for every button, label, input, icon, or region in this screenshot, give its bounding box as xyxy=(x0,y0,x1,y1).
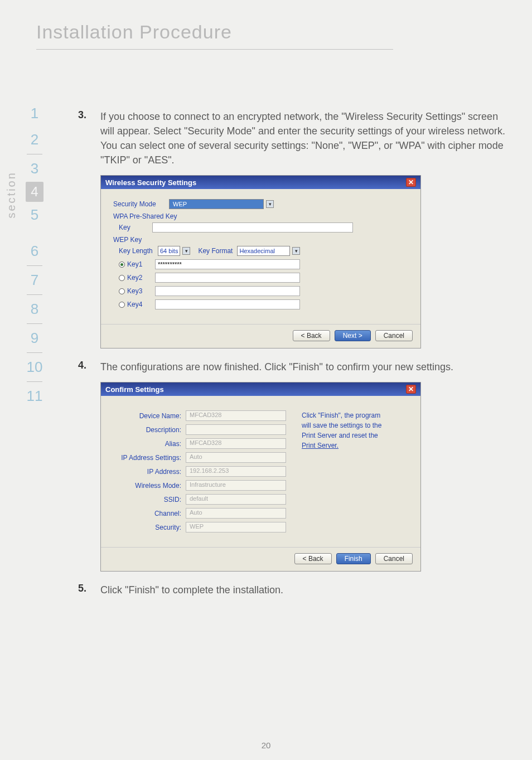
hint-line-2: will save the settings to the xyxy=(302,420,408,430)
divider xyxy=(27,294,42,295)
security-label: Security: xyxy=(113,524,186,531)
divider xyxy=(27,381,42,382)
back-button[interactable]: < Back xyxy=(294,553,332,564)
key-format-select[interactable]: Hexadecimal xyxy=(237,246,290,256)
dialog-titlebar: Wireless Security Settings ✕ xyxy=(101,176,420,189)
step-3-number: 3. xyxy=(78,109,100,167)
finish-button[interactable]: Finish xyxy=(336,553,371,564)
security-mode-value: WEP xyxy=(173,201,187,207)
chevron-down-icon[interactable]: ▾ xyxy=(182,247,190,255)
dialog-title: Wireless Security Settings xyxy=(105,178,196,187)
sidebar-item-2[interactable]: 2 xyxy=(26,127,43,153)
step-5: 5. Click "Finish" to complete the instal… xyxy=(78,583,507,597)
back-button[interactable]: < Back xyxy=(293,330,330,341)
ip-settings-label: IP Address Settings: xyxy=(113,454,186,462)
key3-label: Key3 xyxy=(127,287,155,295)
device-name-label: Device Name: xyxy=(113,412,186,420)
close-icon[interactable]: ✕ xyxy=(406,385,416,394)
step-4-number: 4. xyxy=(78,360,100,374)
key3-radio[interactable] xyxy=(119,288,125,294)
key3-input[interactable] xyxy=(155,286,300,296)
wireless-mode-value: Infrastructure xyxy=(186,480,286,491)
key-format-label: Key Format xyxy=(198,247,237,255)
key4-input[interactable] xyxy=(155,299,300,309)
sidebar-item-11[interactable]: 11 xyxy=(27,383,43,409)
dialog-title: Confirm Settings xyxy=(105,385,164,394)
sidebar-item-7[interactable]: 7 xyxy=(27,267,43,293)
description-label: Description: xyxy=(113,426,186,434)
device-name-value: MFCAD328 xyxy=(186,410,286,421)
divider xyxy=(27,154,42,154)
sidebar-item-6[interactable]: 6 xyxy=(27,238,43,264)
key-length-label: Key Length xyxy=(119,247,158,255)
ssid-label: SSID: xyxy=(113,496,186,504)
page-number: 20 xyxy=(0,740,532,750)
sidebar-item-1[interactable]: 1 xyxy=(18,100,51,127)
ip-settings-value: Auto xyxy=(186,452,286,463)
wireless-security-dialog: Wireless Security Settings ✕ Security Mo… xyxy=(100,175,421,348)
description-value xyxy=(186,424,286,435)
cancel-button[interactable]: Cancel xyxy=(375,330,413,341)
wep-header: WEP Key xyxy=(113,236,408,244)
sidebar-item-10[interactable]: 10 xyxy=(27,354,43,380)
next-button[interactable]: Next > xyxy=(335,330,371,341)
key1-input[interactable] xyxy=(155,259,300,269)
wpa-key-input[interactable] xyxy=(152,222,353,233)
wpa-header: WPA Pre-Shared Key xyxy=(113,212,408,220)
alias-value: MFCAD328 xyxy=(186,438,286,449)
hint-link[interactable]: Print Server. xyxy=(302,440,408,451)
sidebar-item-8[interactable]: 8 xyxy=(27,296,43,322)
wireless-mode-label: Wireless Mode: xyxy=(113,482,186,490)
close-icon[interactable]: ✕ xyxy=(406,178,416,187)
ip-address-value: 192.168.2.253 xyxy=(186,466,286,477)
key4-radio[interactable] xyxy=(119,302,125,308)
step-5-text: Click "Finish" to complete the installat… xyxy=(100,583,283,597)
sidebar-item-4-active[interactable]: 4 xyxy=(26,182,43,202)
wpa-key-label: Key xyxy=(119,224,152,231)
sidebar-item-9[interactable]: 9 xyxy=(27,325,43,351)
channel-label: Channel: xyxy=(113,510,186,517)
hint-line-1: Click "Finish", the program xyxy=(302,410,408,420)
security-value: WEP xyxy=(186,522,286,533)
key2-radio[interactable] xyxy=(119,275,125,281)
cancel-button[interactable]: Cancel xyxy=(375,553,413,564)
step-3-text: If you choose to connect to an encrypted… xyxy=(100,109,507,167)
ssid-value: default xyxy=(186,494,286,505)
channel-value: Auto xyxy=(186,508,286,519)
security-mode-label: Security Mode xyxy=(113,200,169,208)
key1-radio[interactable] xyxy=(119,262,125,268)
key2-input[interactable] xyxy=(155,273,300,283)
content-area: 3. If you choose to connect to an encryp… xyxy=(78,109,507,606)
page-title: Installation Procedure xyxy=(36,21,232,43)
key4-label: Key4 xyxy=(127,301,155,308)
key2-label: Key2 xyxy=(127,274,155,282)
sidebar-item-5[interactable]: 5 xyxy=(26,202,43,228)
ip-address-label: IP Address: xyxy=(113,468,186,476)
confirm-settings-dialog: Confirm Settings ✕ Device Name:MFCAD328 … xyxy=(100,382,421,572)
divider xyxy=(27,323,42,324)
hint-text: Click "Finish", the program will save th… xyxy=(302,410,408,536)
step-4: 4. The configurations are now finished. … xyxy=(78,360,507,374)
title-underline xyxy=(36,49,393,50)
key1-label: Key1 xyxy=(127,260,155,268)
divider xyxy=(27,352,42,353)
key-length-select[interactable]: 64 bits xyxy=(158,246,180,256)
sidebar-item-3[interactable]: 3 xyxy=(26,156,43,182)
dialog-titlebar: Confirm Settings ✕ xyxy=(101,383,420,396)
section-nav-sidebar: 1 2 3 4 5 6 7 8 9 10 11 xyxy=(18,100,51,409)
section-vertical-label: section xyxy=(5,171,18,218)
step-3: 3. If you choose to connect to an encryp… xyxy=(78,109,507,167)
chevron-down-icon[interactable]: ▾ xyxy=(292,247,300,255)
alias-label: Alias: xyxy=(113,440,186,448)
chevron-down-icon[interactable]: ▾ xyxy=(266,200,274,208)
step-4-text: The configurations are now finished. Cli… xyxy=(100,360,453,374)
step-5-number: 5. xyxy=(78,583,100,597)
security-mode-select[interactable]: WEP xyxy=(169,199,264,209)
hint-line-3: Print Server and reset the xyxy=(302,430,408,440)
divider xyxy=(27,265,42,266)
